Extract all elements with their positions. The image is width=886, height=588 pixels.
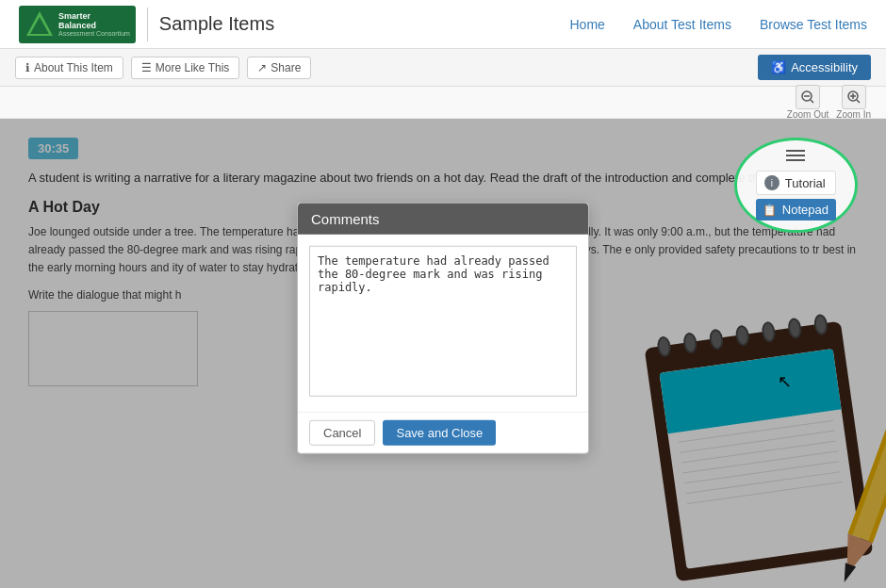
- about-item-button[interactable]: ℹ About This Item: [15, 57, 123, 79]
- info-circle-icon: i: [764, 175, 779, 190]
- zoom-in-container: Zoom In: [836, 85, 871, 120]
- zoom-out-icon: [801, 90, 814, 104]
- notepad-menu-item[interactable]: 📋 Notepad: [756, 199, 836, 220]
- dialog-header: Comments: [298, 204, 588, 235]
- hamburger-line-2: [786, 155, 805, 156]
- nav-about[interactable]: About Test Items: [633, 17, 731, 32]
- comments-dialog: Comments Cancel Save and Close: [297, 203, 589, 454]
- main-content: 30:35 A student is writing a narrative f…: [0, 119, 886, 588]
- cancel-button[interactable]: Cancel: [309, 420, 375, 446]
- accessibility-button[interactable]: ♿ Accessibility: [758, 55, 871, 80]
- menu-highlight: i Tutorial 📋 Notepad: [734, 138, 858, 233]
- zoom-bar: Zoom Out Zoom In: [0, 87, 886, 119]
- toolbar-left: ℹ About This Item ☰ More Like This ↗ Sha…: [15, 57, 311, 79]
- logo-icon: [25, 9, 55, 40]
- logo-divider: [147, 8, 148, 41]
- share-button[interactable]: ↗ Share: [247, 57, 311, 79]
- site-title: Sample Items: [159, 13, 274, 35]
- accessibility-icon: ♿: [771, 60, 786, 74]
- logo-text: Smarter Balanced Assessment Consortium: [58, 11, 130, 37]
- nav-links: Home About Test Items Browse Test Items: [570, 17, 868, 32]
- toolbar: ℹ About This Item ☰ More Like This ↗ Sha…: [0, 49, 886, 87]
- svg-line-8: [857, 100, 860, 103]
- list-icon: ☰: [141, 61, 152, 74]
- logo-area: Smarter Balanced Assessment Consortium S…: [19, 6, 274, 43]
- mouse-cursor: ↖: [778, 371, 792, 392]
- zoom-out-container: Zoom Out: [787, 85, 829, 120]
- hamburger-menu[interactable]: [786, 150, 805, 161]
- zoom-in-button[interactable]: [842, 85, 866, 109]
- hamburger-line-3: [786, 159, 805, 161]
- nav-home[interactable]: Home: [570, 17, 605, 32]
- menu-area: i Tutorial 📋 Notepad: [734, 138, 858, 233]
- info-icon: ℹ: [25, 61, 30, 74]
- dialog-body: [298, 235, 588, 412]
- header: Smarter Balanced Assessment Consortium S…: [0, 0, 886, 49]
- save-close-button[interactable]: Save and Close: [383, 420, 496, 446]
- dialog-footer: Cancel Save and Close: [298, 412, 588, 453]
- logo: Smarter Balanced Assessment Consortium: [19, 6, 136, 43]
- hamburger-line-1: [786, 150, 805, 152]
- zoom-out-button[interactable]: [796, 85, 820, 109]
- share-icon: ↗: [257, 61, 267, 74]
- zoom-in-icon: [847, 90, 861, 104]
- more-like-this-button[interactable]: ☰ More Like This: [131, 57, 239, 79]
- tutorial-menu-item[interactable]: i Tutorial: [756, 171, 836, 195]
- nav-browse[interactable]: Browse Test Items: [760, 17, 867, 32]
- svg-line-4: [811, 100, 813, 103]
- comments-textarea[interactable]: [309, 246, 577, 397]
- notepad-icon: 📋: [763, 204, 777, 217]
